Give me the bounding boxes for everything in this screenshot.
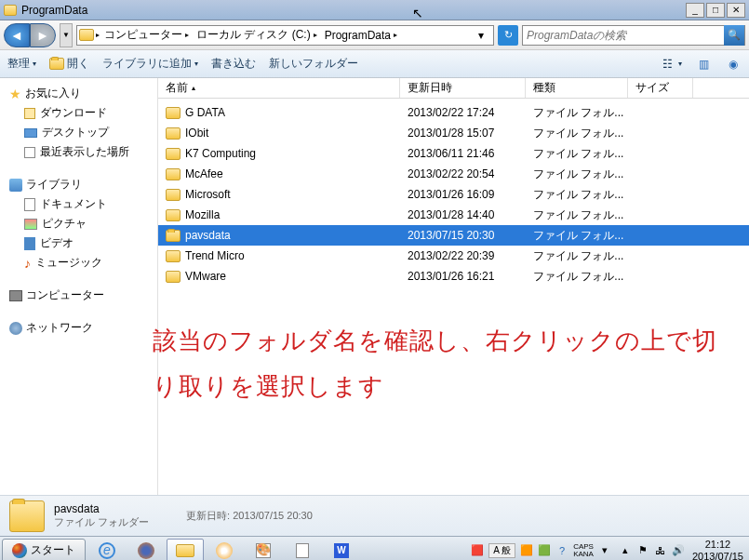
desktop-icon	[24, 128, 37, 138]
column-type[interactable]: 種類	[526, 78, 628, 98]
file-date: 2013/07/15 20:30	[400, 229, 526, 242]
column-date[interactable]: 更新日時	[400, 78, 526, 98]
taskbar-word[interactable]: W	[323, 539, 360, 561]
command-bar: 整理 ▾ 開く ライブラリに追加 ▾ 書き込む 新しいフォルダー ☷▾ ▥ ◉	[0, 50, 749, 78]
breadcrumb-item[interactable]: コンピューター▸	[101, 27, 192, 43]
file-list[interactable]: G DATA2013/02/22 17:24ファイル フォル...IObit20…	[158, 99, 749, 495]
libraries-group[interactable]: ライブラリ	[0, 175, 157, 194]
wmp-icon: ▶	[216, 542, 233, 559]
forward-button[interactable]: ►	[30, 23, 56, 47]
minimize-button[interactable]: _	[686, 3, 704, 18]
burn-button[interactable]: 書き込む	[211, 56, 256, 72]
column-size[interactable]: サイズ	[628, 78, 693, 98]
file-type: ファイル フォル...	[526, 105, 628, 121]
annotation-text: 該当のフォルダ名を確認し、右クリックの上で切り取りを選択します	[153, 318, 740, 410]
sidebar-item-recent[interactable]: 最近表示した場所	[0, 142, 157, 162]
file-row[interactable]: VMware2013/01/26 16:21ファイル フォル...	[158, 266, 749, 287]
sidebar-item-desktop[interactable]: デスクトップ	[0, 123, 157, 142]
file-row[interactable]: McAfee2013/02/22 20:54ファイル フォル...	[158, 164, 749, 184]
search-input[interactable]	[523, 29, 724, 42]
taskbar-paint[interactable]	[245, 539, 282, 561]
ime-pad-icon[interactable]: 🟩	[538, 544, 551, 557]
sidebar-item-documents[interactable]: ドキュメント	[0, 194, 157, 214]
new-folder-button[interactable]: 新しいフォルダー	[269, 56, 358, 72]
maximize-button[interactable]: □	[706, 3, 725, 18]
sidebar-item-downloads[interactable]: ダウンロード	[0, 103, 157, 123]
search-button[interactable]: 🔍	[724, 25, 744, 46]
ime-icon[interactable]: 🟥	[471, 544, 484, 557]
ime-toolbar[interactable]: 🟥 A 般 🟧 🟩 ? CAPSKANA ▾	[471, 543, 611, 558]
ime-caps-kana[interactable]: CAPSKANA	[573, 543, 594, 558]
system-tray[interactable]: ▴ ⚑ 🖧 🔊	[619, 544, 685, 557]
file-type: ファイル フォル...	[526, 248, 628, 264]
details-date: 更新日時: 2013/07/15 20:30	[186, 509, 313, 523]
taskbar-explorer[interactable]	[167, 539, 204, 561]
file-name: McAfee	[185, 167, 223, 180]
sidebar-item-videos[interactable]: ビデオ	[0, 233, 157, 253]
file-row[interactable]: K7 Computing2013/06/11 21:46ファイル フォル...	[158, 143, 749, 164]
history-dropdown[interactable]: ▼	[60, 23, 73, 47]
breadcrumb-item[interactable]: ローカル ディスク (C:)▸	[194, 27, 320, 43]
file-row[interactable]: Microsoft2013/01/26 16:09ファイル フォル...	[158, 184, 749, 205]
network-tray-icon[interactable]: 🖧	[654, 544, 667, 557]
file-date: 2013/02/22 20:54	[400, 167, 526, 180]
column-name[interactable]: 名前 ▴	[158, 78, 400, 98]
folder-icon	[166, 230, 181, 242]
help-button[interactable]: ◉	[725, 57, 742, 72]
flag-icon[interactable]: ⚑	[636, 544, 649, 557]
ime-tool-icon[interactable]: 🟧	[520, 544, 533, 557]
preview-pane-button[interactable]: ▥	[695, 57, 712, 72]
ime-help-icon[interactable]: ?	[555, 544, 568, 557]
paint-icon	[256, 543, 271, 558]
window-title: ProgramData	[21, 4, 686, 17]
file-type: ファイル フォル...	[526, 167, 628, 182]
downloads-icon	[24, 108, 35, 119]
tray-up-icon[interactable]: ▴	[619, 544, 632, 557]
details-type: ファイル フォルダー	[54, 515, 149, 529]
chevron-right-icon[interactable]: ▸	[96, 31, 100, 39]
search-box[interactable]: 🔍	[522, 25, 745, 46]
open-button[interactable]: 開く	[49, 56, 89, 72]
file-row[interactable]: IObit2013/01/28 15:07ファイル フォル...	[158, 123, 749, 143]
file-row[interactable]: Mozilla2013/01/28 14:40ファイル フォル...	[158, 205, 749, 225]
file-name: G DATA	[185, 106, 225, 119]
file-row[interactable]: G DATA2013/02/22 17:24ファイル フォル...	[158, 102, 749, 123]
video-icon	[24, 237, 35, 250]
file-row[interactable]: pavsdata2013/07/15 20:30ファイル フォル...	[158, 225, 749, 246]
sidebar-item-music[interactable]: ♪ミュージック	[0, 253, 157, 273]
file-name: K7 Computing	[185, 147, 256, 160]
address-bar[interactable]: ▸ コンピューター▸ ローカル ディスク (C:)▸ ProgramData▸ …	[76, 25, 494, 46]
chevron-down-icon[interactable]: ▾	[598, 544, 611, 557]
taskbar-wmp[interactable]: ▶	[206, 539, 243, 561]
view-menu[interactable]: ☷▾	[659, 57, 682, 72]
word-icon: W	[334, 543, 349, 558]
back-button[interactable]: ◄	[4, 23, 30, 47]
taskbar-ie[interactable]	[88, 539, 126, 561]
sidebar-item-pictures[interactable]: ピクチャ	[0, 214, 157, 233]
close-button[interactable]: ✕	[727, 3, 745, 18]
taskbar-notepad[interactable]	[284, 539, 321, 561]
notepad-icon	[296, 543, 309, 558]
column-headers: 名前 ▴ 更新日時 種類 サイズ	[158, 78, 749, 99]
breadcrumb-item[interactable]: ProgramData▸	[322, 29, 400, 42]
start-button[interactable]: スタート	[2, 539, 86, 561]
favorites-group[interactable]: ★お気に入り	[0, 84, 157, 103]
address-dropdown[interactable]: ▾	[471, 25, 491, 46]
network-group[interactable]: ネットワーク	[0, 318, 157, 338]
file-row[interactable]: Trend Micro2013/02/22 20:39ファイル フォル...	[158, 246, 749, 266]
refresh-button[interactable]: ↻	[498, 25, 518, 46]
taskbar-firefox[interactable]	[127, 539, 165, 561]
folder-icon	[4, 5, 17, 16]
file-date: 2013/01/26 16:21	[400, 270, 526, 283]
ime-mode[interactable]: A 般	[488, 543, 515, 558]
star-icon: ★	[9, 87, 21, 101]
document-icon	[24, 198, 35, 211]
add-to-library-menu[interactable]: ライブラリに追加 ▾	[102, 56, 198, 72]
clock[interactable]: 21:12 2013/07/15	[692, 539, 743, 560]
volume-icon[interactable]: 🔊	[672, 544, 685, 557]
file-type: ファイル フォル...	[526, 228, 628, 244]
computer-group[interactable]: コンピューター	[0, 286, 157, 305]
organize-menu[interactable]: 整理 ▾	[7, 56, 36, 72]
file-type: ファイル フォル...	[526, 187, 628, 203]
file-date: 2013/01/28 14:40	[400, 208, 526, 221]
